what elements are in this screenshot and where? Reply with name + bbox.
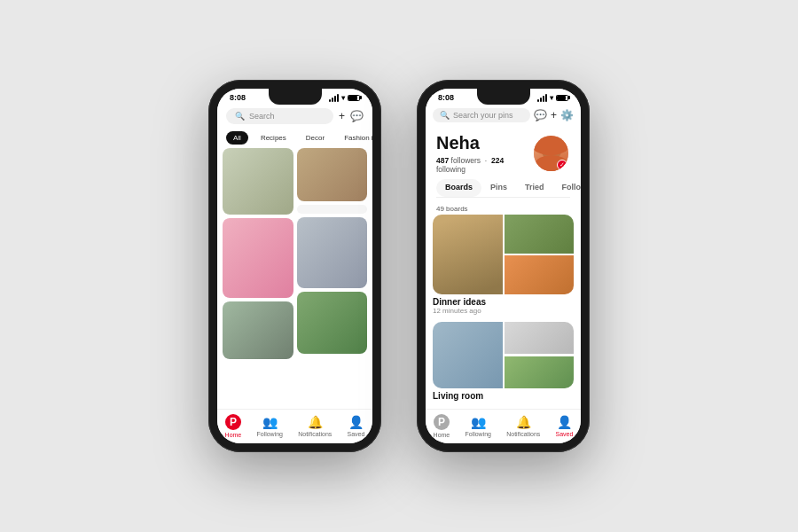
profile-stats: 487 followers · 224 following — [436, 156, 532, 174]
pin-card-1[interactable] — [223, 148, 293, 215]
nav-notifications-label-1: Notifications — [298, 431, 332, 437]
following-icon-1: 👥 — [262, 415, 278, 429]
tab-pins[interactable]: Pins — [481, 179, 516, 197]
cat-tab-decor[interactable]: Decor — [299, 131, 332, 145]
pin-grid — [217, 148, 372, 409]
profile-chat-btn[interactable]: 💬 — [534, 109, 547, 121]
profile-avatar[interactable]: ✓ — [532, 134, 570, 173]
nav-saved-1[interactable]: 👤 Saved — [348, 415, 365, 437]
profile-search-placeholder: Search your pins — [453, 111, 513, 120]
search-placeholder-1: Search — [249, 112, 275, 121]
battery-icon — [348, 95, 360, 101]
profile-settings-btn[interactable]: ⚙️ — [560, 109, 574, 121]
board-cell-main-dinner — [433, 215, 503, 294]
profile-tabs: Boards Pins Tried Followers — [436, 179, 570, 198]
following-icon-2: 👥 — [471, 415, 486, 429]
profile-top-row: Neha 487 followers · 224 following — [436, 133, 570, 174]
profile-name: Neha — [436, 133, 532, 153]
nav-notifications-2[interactable]: 🔔 Notifications — [506, 415, 540, 437]
profile-header: Neha 487 followers · 224 following — [426, 126, 581, 201]
status-icons-1: ▾ — [329, 94, 360, 102]
pin-card-2[interactable] — [223, 218, 293, 298]
time-2: 8:08 — [438, 93, 454, 102]
nav-saved-label-2: Saved — [556, 431, 574, 437]
board-cell-main-living — [433, 322, 503, 388]
board-cell-top-living — [505, 322, 575, 354]
add-button-1[interactable]: + — [339, 110, 345, 122]
profile-add-btn[interactable]: + — [551, 109, 557, 121]
board-item-living[interactable]: Living room — [433, 322, 574, 401]
followers-label: followers — [451, 156, 481, 165]
board-title-living: Living room — [433, 391, 574, 401]
tab-followers[interactable]: Followers — [553, 179, 581, 197]
nav-saved-label-1: Saved — [348, 431, 365, 437]
nav-home-2[interactable]: P Home — [434, 414, 450, 438]
phone-notch-2 — [477, 89, 530, 105]
pin-col-right — [297, 148, 368, 405]
notifications-icon-1: 🔔 — [308, 415, 323, 429]
phone-notch-1 — [269, 89, 322, 105]
signal-icon — [329, 94, 339, 102]
search-input-1[interactable]: 🔍 Search — [226, 108, 333, 124]
category-tabs: All Recipes Decor Fashion inspi — [217, 128, 372, 148]
notifications-icon-2: 🔔 — [516, 415, 531, 429]
board-title-dinner: Dinner ideas — [433, 297, 574, 307]
nav-notifications-1[interactable]: 🔔 Notifications — [298, 415, 332, 437]
profile-search-input[interactable]: 🔍 Search your pins — [433, 108, 530, 122]
profile-search-row: 🔍 Search your pins 💬 + ⚙️ — [426, 105, 581, 126]
pin-card-6[interactable] — [297, 217, 368, 288]
board-item-dinner[interactable]: Dinner ideas 12 minutes ago — [433, 215, 574, 315]
profile-name-section: Neha 487 followers · 224 following — [436, 133, 532, 174]
nav-home-label-1: Home — [225, 432, 242, 438]
followers-count: 487 — [436, 156, 449, 165]
bottom-nav-1: P Home 👥 Following 🔔 Notifications 👤 Sav… — [217, 409, 372, 443]
pin-card-5[interactable] — [297, 205, 368, 214]
pin-card-4[interactable] — [297, 148, 368, 201]
nav-home-label-2: Home — [434, 432, 450, 438]
nav-following-1[interactable]: 👥 Following — [256, 415, 283, 437]
board-cell-bottom-living — [505, 356, 575, 388]
phone-2: 8:08 ▾ 🔍 Search your pins 💬 + ⚙️ — [417, 80, 590, 452]
pinterest-logo-1: P — [225, 414, 241, 430]
saved-icon-1: 👤 — [348, 415, 364, 429]
tab-tried[interactable]: Tried — [516, 179, 553, 197]
pin-card-3[interactable] — [223, 301, 293, 359]
wifi-icon-2: ▾ — [550, 94, 553, 102]
wifi-icon: ▾ — [341, 94, 345, 102]
following-count: 224 — [491, 156, 504, 165]
profile-search-icon: 🔍 — [440, 111, 450, 120]
chat-button-1[interactable]: 💬 — [350, 110, 364, 122]
search-bar-1: 🔍 Search + 💬 — [217, 105, 372, 128]
battery-icon-2 — [556, 95, 568, 101]
phone-1: 8:08 ▾ 🔍 Search + 💬 All Recipes — [208, 80, 381, 452]
nav-home-1[interactable]: P Home — [225, 414, 242, 438]
cat-tab-fashion[interactable]: Fashion inspi — [337, 131, 372, 145]
board-cell-top-dinner — [505, 215, 575, 254]
search-icon: 🔍 — [235, 112, 245, 121]
verified-badge: ✓ — [557, 160, 567, 170]
following-label: following — [436, 165, 466, 174]
board-grid-living — [433, 322, 574, 388]
time-1: 8:08 — [230, 93, 246, 102]
tab-boards[interactable]: Boards — [436, 179, 481, 197]
phone-1-screen: 8:08 ▾ 🔍 Search + 💬 All Recipes — [217, 89, 372, 443]
cat-tab-recipes[interactable]: Recipes — [254, 131, 293, 145]
pin-card-7[interactable] — [297, 292, 368, 354]
signal-icon-2 — [537, 94, 547, 102]
search-actions-1: + 💬 — [339, 110, 364, 122]
board-cell-bottom-dinner — [505, 255, 575, 294]
saved-icon-2: 👤 — [557, 415, 572, 429]
phone-2-screen: 8:08 ▾ 🔍 Search your pins 💬 + ⚙️ — [426, 89, 581, 443]
bottom-nav-2: P Home 👥 Following 🔔 Notifications 👤 Sav… — [426, 409, 581, 443]
nav-following-label-1: Following — [256, 431, 283, 437]
pinterest-logo-2: P — [434, 414, 450, 430]
nav-following-label-2: Following — [465, 431, 491, 437]
board-time-dinner: 12 minutes ago — [433, 307, 574, 315]
cat-tab-all[interactable]: All — [226, 131, 248, 145]
status-icons-2: ▾ — [537, 94, 568, 102]
nav-saved-2[interactable]: 👤 Saved — [556, 415, 574, 437]
pin-col-left — [223, 148, 293, 405]
nav-notifications-label-2: Notifications — [506, 431, 540, 437]
nav-following-2[interactable]: 👥 Following — [465, 415, 491, 437]
boards-count: 49 boards — [426, 201, 581, 215]
